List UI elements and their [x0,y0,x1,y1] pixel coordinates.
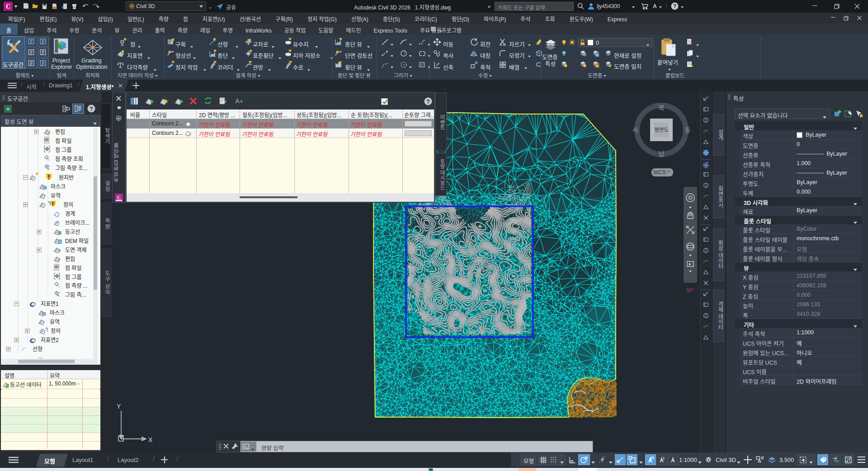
svg-text:DEM 파일: DEM 파일 [65,238,89,244]
svg-text:...: ... [38,353,42,359]
svg-text:A: A [235,97,240,105]
svg-text:지표면1: 지표면1 [41,301,59,307]
svg-text:평면도: 평면도 [654,127,669,133]
svg-text:점 그룹: 점 그룹 [55,147,71,153]
svg-text:점 측량 ...: 점 측량 ... [65,283,88,289]
svg-text:WCS: WCS [653,169,666,176]
svg-text:북: 북 [659,104,665,111]
svg-text:유역: 유역 [50,319,60,325]
svg-text:?: ? [673,3,676,10]
svg-text:C: C [117,195,121,200]
svg-text:Y: Y [117,403,121,410]
svg-text:그림 측...: 그림 측... [65,292,86,298]
svg-text:도면 객체: 도면 객체 [65,247,87,253]
svg-text:점 파일: 점 파일 [65,265,81,271]
svg-text:선형: 선형 [33,346,42,352]
svg-text:유역: 유역 [51,193,61,199]
svg-text:브레이크...: 브레이크... [65,220,90,226]
svg-text:경계: 경계 [65,211,75,217]
svg-text:원지반: 원지반 [59,175,74,181]
svg-text:지표면2: 지표면2 [41,337,59,343]
svg-text:동: 동 [685,126,691,133]
svg-text:편집: 편집 [55,129,65,135]
svg-text:편집: 편집 [65,256,75,262]
svg-text:마스크: 마스크 [50,310,65,316]
svg-text:마스크: 마스크 [51,184,66,190]
svg-text:정의: 정의 [63,202,73,208]
svg-text:X: X [148,436,153,443]
svg-text:그림 측량 조...: 그림 측량 조... [55,165,88,171]
svg-text:정의: 정의 [51,328,61,334]
svg-text:점 측량 조회: 점 측량 조회 [55,156,83,162]
svg-text:?: ? [426,98,430,105]
svg-text:남: 남 [659,150,665,157]
svg-text:C: C [6,3,10,10]
svg-text:점 그룹: 점 그룹 [65,274,81,281]
svg-text:서: 서 [632,126,638,133]
svg-text:등고선: 등고선 [65,229,80,235]
svg-text:점 파일: 점 파일 [55,138,71,144]
svg-text:?: ? [90,105,93,112]
